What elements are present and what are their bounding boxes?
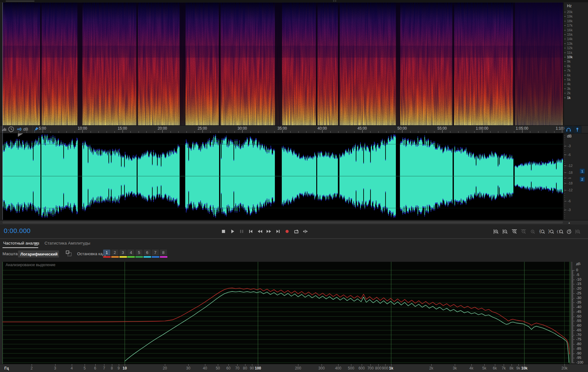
y-tick-label: -25 xyxy=(576,291,581,295)
hz-tick-label: 3k xyxy=(567,87,571,90)
zoom-right-edge-button[interactable]: } xyxy=(547,228,555,235)
db-tick-label: -18 xyxy=(568,171,573,174)
y-tick-label: -15 xyxy=(576,282,581,286)
hz-tick-label: 14k xyxy=(567,37,573,41)
horizontal-scrollbar[interactable]: ▲ xyxy=(0,220,588,225)
frame-hold-button-2[interactable]: 2 xyxy=(111,250,118,256)
playhead-line xyxy=(3,3,3,220)
transport-bar: 0:00.000 {}{} xyxy=(0,225,588,238)
timeline-time-label: 1:00:00 xyxy=(476,126,488,131)
x-tick-label: 20k xyxy=(561,366,567,370)
y-tick xyxy=(572,310,573,310)
x-tick xyxy=(564,364,565,366)
timeline-time-label: 15:00 xyxy=(118,126,127,131)
x-tick xyxy=(55,364,55,366)
scrollbar-thumb[interactable] xyxy=(3,221,563,224)
playback-time-display[interactable]: 0:00.000 xyxy=(4,227,31,235)
timeline-tick xyxy=(546,131,546,133)
timeline-tick xyxy=(274,131,275,133)
rewind-button[interactable] xyxy=(256,228,264,235)
x-tick xyxy=(258,364,258,366)
x-tick-label: 2 xyxy=(31,366,33,370)
timeline-tick xyxy=(266,131,267,133)
y-tick-label: -40 xyxy=(576,305,581,309)
db-minor-tick xyxy=(564,145,565,145)
frame-hold-button-1[interactable]: 1 xyxy=(103,250,110,256)
timeline-tick xyxy=(394,131,395,133)
y-tick xyxy=(572,329,573,330)
db-minor-tick xyxy=(564,163,565,164)
copy-graph-icon[interactable] xyxy=(66,251,72,258)
x-tick xyxy=(188,364,189,366)
db-minor-tick xyxy=(564,154,565,154)
zoom-in-vertical-button[interactable] xyxy=(492,228,500,235)
frame-color-bar-7 xyxy=(152,256,159,258)
spectrogram-panel[interactable] xyxy=(3,3,563,126)
scrollbar-arrow-icon[interactable]: ▲ xyxy=(568,221,570,224)
channel-1-badge[interactable]: 1 xyxy=(580,168,585,174)
divider-dots-icon: ⠿⠿ xyxy=(333,0,342,2)
channel-2-badge[interactable]: 2 xyxy=(580,177,585,182)
timer-button[interactable] xyxy=(565,228,573,235)
frame-hold-button-6[interactable]: 6 xyxy=(144,250,151,256)
headphones-monitor-button[interactable] xyxy=(564,126,573,133)
frequency-plot[interactable]: Анализированое выделение xyxy=(3,262,570,364)
frame-hold-button-7[interactable]: 7 xyxy=(152,250,159,256)
db-minor-tick xyxy=(564,197,565,198)
y-tick xyxy=(572,295,573,296)
x-tick xyxy=(112,364,112,366)
y-tick xyxy=(572,302,573,302)
zoom-selection-button[interactable]: {} xyxy=(556,228,564,235)
db-minor-tick xyxy=(564,160,565,160)
divider-grip-handle[interactable] xyxy=(6,1,34,2)
panel-menu-icon[interactable] xyxy=(34,241,38,247)
skip-selection-button[interactable] xyxy=(301,228,309,235)
frame-hold-button-8[interactable]: 8 xyxy=(160,250,167,256)
waveform-panel[interactable] xyxy=(3,133,563,220)
hz-tick-mark xyxy=(564,34,566,35)
play-button[interactable] xyxy=(228,228,237,235)
record-button[interactable] xyxy=(283,228,291,235)
meter-db-value: +0 xyxy=(17,127,22,132)
y-tick xyxy=(572,360,573,360)
zoom-in-horizontal-button[interactable] xyxy=(510,228,518,235)
y-tick xyxy=(572,348,573,348)
y-tick xyxy=(572,318,573,318)
zoom-full-button[interactable] xyxy=(574,228,582,235)
fast-forward-button[interactable] xyxy=(265,228,273,235)
hz-tick-label: 2k xyxy=(567,91,571,95)
hz-tick-label: 18k xyxy=(567,19,573,23)
skip-start-button[interactable] xyxy=(247,228,255,235)
clock-icon[interactable] xyxy=(8,126,14,133)
x-tick xyxy=(338,364,339,366)
x-tick-label: 3 xyxy=(54,366,56,370)
zoom-out-horizontal-button[interactable] xyxy=(519,228,528,235)
frame-hold-button-3[interactable]: 3 xyxy=(119,250,127,256)
x-tick-label: 30 xyxy=(186,366,190,370)
frame-hold-button-4[interactable]: 4 xyxy=(127,250,134,256)
y-tick-label: -5 xyxy=(576,273,579,276)
timeline-ruler[interactable]: +0 dB 5:0010:0015:0020:0025:0030:0035:00… xyxy=(0,125,588,133)
panel-top-divider[interactable]: ⠿⠿ xyxy=(0,0,588,2)
frame-hold-button-5[interactable]: 5 xyxy=(135,250,143,256)
frame-hold-8: 8 xyxy=(160,250,167,258)
tab-amplitude-statistics[interactable]: Статистика Амплитуды xyxy=(45,241,90,245)
x-tick xyxy=(351,364,351,366)
timeline-tick xyxy=(178,131,179,133)
db-minor-tick xyxy=(564,167,565,168)
x-tick xyxy=(237,364,238,366)
frame-hold-7: 7 xyxy=(152,250,159,258)
pause-button[interactable] xyxy=(238,228,246,235)
scale-dropdown[interactable]: Логарифмический xyxy=(18,250,59,258)
frequency-scale-title: Hz xyxy=(567,4,572,8)
spectrogram-silence-gap xyxy=(219,3,221,125)
zoom-out-vertical-button[interactable] xyxy=(501,228,509,235)
zoom-reset-button[interactable] xyxy=(528,228,537,235)
zoom-left-edge-button[interactable]: { xyxy=(538,228,546,235)
marker-button[interactable] xyxy=(573,126,581,133)
loop-button[interactable] xyxy=(292,228,300,235)
panel-corner-grip[interactable] xyxy=(18,133,24,137)
stop-button[interactable] xyxy=(219,228,228,235)
hz-tick-label: 15k xyxy=(567,33,573,36)
skip-end-button[interactable] xyxy=(274,228,282,235)
